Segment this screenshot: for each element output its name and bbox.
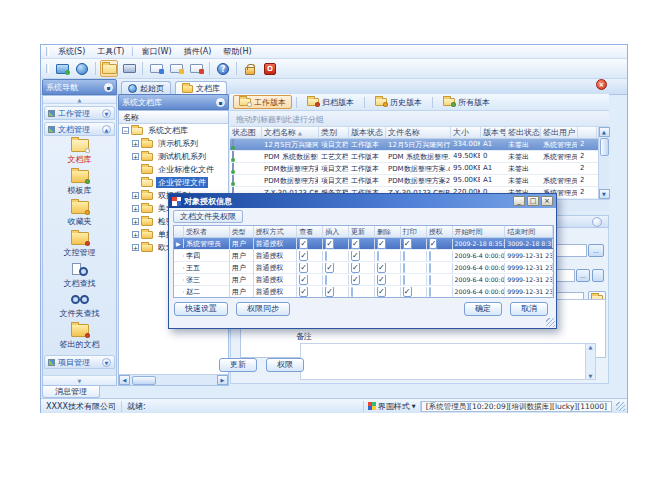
checkbox-unchecked-icon[interactable] <box>403 275 405 285</box>
checkbox-unchecked-icon[interactable] <box>429 275 431 285</box>
collapse-panel-icon[interactable] <box>592 217 602 227</box>
cancel-button[interactable]: 取消 <box>510 302 548 316</box>
sidebar-item-文控管理[interactable]: 文控管理 <box>43 232 116 258</box>
scroll-left-icon[interactable]: ◀ <box>119 375 130 385</box>
快速设置-button[interactable]: 快速设置 <box>174 302 228 316</box>
expand-icon[interactable]: + <box>132 192 139 199</box>
tree-node-企业标准化文件[interactable]: 企业标准化文件 <box>119 163 228 176</box>
open-folder-button[interactable] <box>100 60 118 77</box>
checkbox-unchecked-icon[interactable] <box>429 287 431 297</box>
pin-icon[interactable]: ▪ <box>104 83 113 92</box>
tree-node-系统文档库[interactable]: −系统文档库 <box>119 124 228 137</box>
menu-item-4[interactable]: 插件(A) <box>178 45 218 58</box>
permission-row-系统管理员[interactable]: ▶系统管理员用户普通授权✓✓✓✓✓✓2009-2-18 8:35:573009-… <box>174 238 553 250</box>
checkbox-checked-icon[interactable]: ✓ <box>299 239 308 249</box>
version-button-历史版本[interactable]: 历史版本 <box>369 95 428 109</box>
permission-button[interactable]: 权限 <box>266 358 304 372</box>
textarea-vscrollbar[interactable]: ▲▼ <box>585 344 595 379</box>
grid-column-删除[interactable]: 删除 <box>375 226 401 237</box>
version-button-归档版本[interactable]: 归档版本 <box>301 95 360 109</box>
chevron-up-icon[interactable]: ▲ <box>102 125 111 134</box>
update-button[interactable]: 更新 <box>219 358 257 372</box>
sidebar-item-模板库[interactable]: 模板库 <box>43 170 116 196</box>
ok-button[interactable]: 确定 <box>464 302 502 316</box>
menu-item-1[interactable]: 系统(S) <box>52 45 91 58</box>
table-row[interactable]: 12月5日万兴隆同行…项目文档工作版本12月5日万兴隆同行…334.00KBA1… <box>230 139 609 151</box>
column-header-extra[interactable] <box>578 127 597 138</box>
scroll-up-icon[interactable]: ▲ <box>589 344 593 350</box>
expand-icon[interactable]: + <box>132 218 139 225</box>
sidebar-scroll-up[interactable]: ▲ <box>43 96 116 104</box>
dialog-resize-grip[interactable] <box>546 318 555 327</box>
checkbox-checked-icon[interactable]: ✓ <box>403 239 412 249</box>
tab-起始页[interactable]: 起始页 <box>121 81 171 95</box>
checkbox-checked-icon[interactable]: ✓ <box>299 287 308 297</box>
checkbox-checked-icon[interactable]: ✓ <box>351 251 360 261</box>
sidebar-group-3[interactable]: 项目管理▼ <box>44 355 115 369</box>
mail-archive-button[interactable] <box>167 60 185 77</box>
sidebar-item-文档查找[interactable]: 文档查找 <box>43 263 116 289</box>
computer-sync-button[interactable] <box>53 60 71 77</box>
checkbox-checked-icon[interactable]: ✓ <box>403 287 412 297</box>
tree-node-演示机系列[interactable]: +演示机系列 <box>119 137 228 150</box>
minimize-icon[interactable]: _ <box>513 196 525 206</box>
version-button-工作版本[interactable]: 工作版本 <box>233 95 292 109</box>
scroll-right-icon[interactable]: ▶ <box>217 375 228 385</box>
expand-icon[interactable]: + <box>132 140 139 147</box>
checkbox-checked-icon[interactable]: ✓ <box>299 251 308 261</box>
table-row[interactable]: PDM数据整理方案.doc项目文档工作版本PDM数据整理方案.doc95.00K… <box>230 163 609 175</box>
tree-node-企业管理文件[interactable]: 企业管理文件 <box>119 176 228 189</box>
tree-node-测试机机系列[interactable]: +测试机机系列 <box>119 150 228 163</box>
scroll-down-icon[interactable]: ▼ <box>589 373 593 379</box>
column-header-签出用户[interactable]: 签出用户 <box>541 127 578 138</box>
close-icon[interactable]: × <box>541 196 553 206</box>
sidebar-item-收藏夹[interactable]: 收藏夹 <box>43 201 116 227</box>
grid-column-开始时间[interactable]: 开始时间 <box>453 226 506 237</box>
column-header-大小[interactable]: 大小 <box>451 127 481 138</box>
table-row[interactable]: PDM 系统数据整理检…工艺文档工作版本PDM 系统数据整理…49.50KB0未… <box>230 151 609 163</box>
expand-icon[interactable]: + <box>132 244 139 251</box>
grid-column-更新[interactable]: 更新 <box>349 226 375 237</box>
permission-row-李四[interactable]: 李四用户普通授权✓✓2009-6-4 0:00:009999-12-31 23:… <box>174 250 553 262</box>
storage-card-button[interactable] <box>120 60 138 77</box>
chevron-down-icon[interactable]: ▼ <box>102 109 111 118</box>
tab-文档库[interactable]: 文档库 <box>175 81 227 95</box>
scroll-thumb[interactable] <box>600 138 609 156</box>
scroll-up-icon[interactable]: ▲ <box>599 127 610 137</box>
ellipsis-button[interactable]: … <box>576 269 590 282</box>
ellipsis-button[interactable]: … <box>588 244 604 257</box>
checkbox-unchecked-icon[interactable] <box>403 263 405 273</box>
scroll-thumb[interactable] <box>132 376 156 385</box>
permission-row-赵二[interactable]: 赵二用户普通授权✓✓✓✓2009-6-4 0:00:009999-12-31 2… <box>174 286 553 298</box>
permission-row-王五[interactable]: 王五用户普通授权✓✓✓✓2009-6-4 0:00:009999-12-31 2… <box>174 262 553 274</box>
mail-flag-button[interactable] <box>187 60 205 77</box>
checkbox-unchecked-icon[interactable] <box>377 251 379 261</box>
column-header-文档名称[interactable]: 文档名称▲ <box>262 127 319 138</box>
grid-column-打印[interactable]: 打印 <box>401 226 427 237</box>
dialog-tab-folder-permission[interactable]: 文档文件夹权限 <box>173 210 243 223</box>
column-header-状态图[interactable]: 状态图 <box>230 127 262 138</box>
checkbox-checked-icon[interactable]: ✓ <box>377 275 386 285</box>
sidebar-item-签出的文档[interactable]: 签出的文档 <box>43 324 116 350</box>
column-header-签出状态[interactable]: 签出状态 <box>506 127 541 138</box>
menu-item-5[interactable]: 帮助(H) <box>217 45 257 58</box>
checkbox-checked-icon[interactable]: ✓ <box>299 275 308 285</box>
version-button-所有版本[interactable]: 所有版本 <box>437 95 496 109</box>
checkbox-checked-icon[interactable]: ✓ <box>351 275 360 285</box>
lock-button[interactable] <box>241 60 259 77</box>
checkbox-unchecked-icon[interactable] <box>429 263 431 273</box>
sidebar-group-1[interactable]: 工作管理▼ <box>44 106 115 120</box>
sidebar-item-文件夹查找[interactable]: 文件夹查找 <box>43 294 116 319</box>
column-header-版本号[interactable]: 版本号 <box>481 127 506 138</box>
mail-new-button[interactable] <box>147 60 165 77</box>
sidebar-item-文档库[interactable]: 文档库 <box>43 139 116 165</box>
table-vscrollbar[interactable]: ▲ ▼ <box>598 127 609 199</box>
column-header-版本状态[interactable]: 版本状态 <box>349 127 386 138</box>
expand-icon[interactable]: + <box>132 231 139 238</box>
dialog-titlebar[interactable]: 对象授权信息 _ □ × <box>169 194 556 208</box>
checkbox-unchecked-icon[interactable] <box>351 287 353 297</box>
exit-button[interactable]: O <box>261 60 279 77</box>
checkbox-checked-icon[interactable]: ✓ <box>351 239 360 249</box>
collapse-icon[interactable]: − <box>122 127 129 134</box>
checkbox-checked-icon[interactable]: ✓ <box>377 239 386 249</box>
